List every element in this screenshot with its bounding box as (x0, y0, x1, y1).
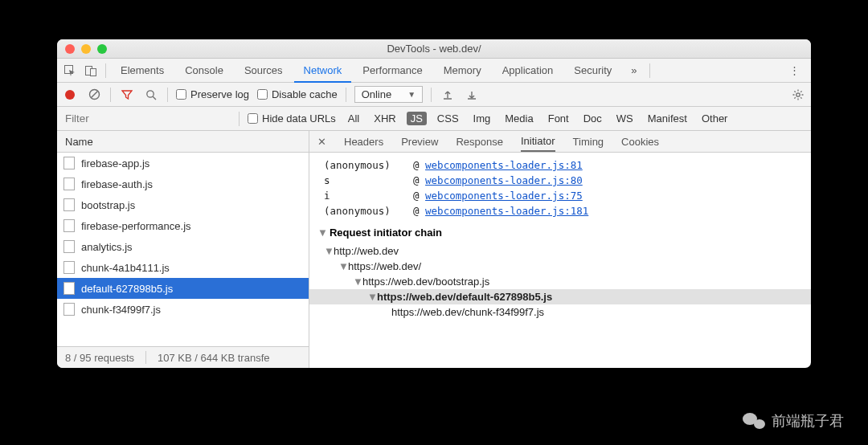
hide-data-urls-input[interactable] (248, 113, 258, 124)
preserve-log-label: Preserve log (190, 88, 249, 100)
request-name: default-627898b5.js (81, 283, 173, 295)
clear-button[interactable] (86, 87, 102, 103)
stack-frame: (anonymous)@ webcomponents-loader.js:81 (309, 157, 811, 173)
stack-link[interactable]: webcomponents-loader.js:81 (425, 159, 583, 171)
chain-node[interactable]: ▼https://web.dev/default-627898b5.js (309, 289, 811, 304)
chain-label: https://web.dev/default-627898b5.js (377, 291, 552, 303)
disable-cache-checkbox[interactable]: Disable cache (257, 88, 338, 100)
request-row[interactable]: chunk-f34f99f7.js (57, 299, 309, 320)
filter-toggle-icon[interactable] (119, 87, 135, 103)
svg-point-5 (147, 90, 154, 96)
stack-link[interactable]: webcomponents-loader.js:181 (425, 205, 588, 217)
type-filter-other[interactable]: Other (698, 112, 732, 125)
record-button[interactable] (62, 87, 78, 103)
maximize-window-button[interactable] (97, 44, 107, 54)
filter-input[interactable] (62, 111, 231, 127)
file-icon (63, 240, 75, 253)
subtab-headers[interactable]: Headers (344, 136, 383, 148)
request-row[interactable]: firebase-app.js (57, 153, 309, 174)
watermark: 前端瓶子君 (743, 411, 844, 431)
hide-data-urls-label: Hide data URLs (262, 112, 336, 125)
file-icon (63, 303, 75, 316)
chain-node[interactable]: https://web.dev/chunk-f34f99f7.js (309, 304, 811, 320)
chain-node[interactable]: ▼http://web.dev (309, 243, 811, 259)
network-toolbar: Preserve log Disable cache Online ▼ (57, 83, 811, 107)
close-window-button[interactable] (65, 44, 75, 54)
request-row[interactable]: analytics.js (57, 236, 309, 257)
file-icon (63, 261, 75, 274)
stack-location: @ webcomponents-loader.js:81 (413, 159, 583, 171)
tab-security[interactable]: Security (564, 59, 621, 83)
tab-application[interactable]: Application (493, 59, 563, 83)
chain-node[interactable]: ▼https://web.dev/ (309, 259, 811, 274)
network-settings-icon[interactable] (790, 87, 806, 103)
device-toggle-icon[interactable] (81, 61, 100, 80)
name-column-header[interactable]: Name (57, 131, 309, 153)
type-filter-img[interactable]: Img (469, 112, 495, 125)
type-filter-media[interactable]: Media (501, 112, 537, 125)
request-row[interactable]: bootstrap.js (57, 194, 309, 215)
chain-node[interactable]: ▼https://web.dev/bootstrap.js (309, 274, 811, 289)
tab-performance[interactable]: Performance (353, 59, 432, 83)
request-row[interactable]: default-627898b5.js (57, 278, 309, 299)
subtab-response[interactable]: Response (456, 136, 503, 148)
disable-cache-input[interactable] (257, 89, 268, 100)
request-name: firebase-app.js (81, 157, 149, 169)
watermark-text: 前端瓶子君 (772, 411, 844, 431)
type-filter-font[interactable]: Font (544, 112, 573, 125)
stack-function: (anonymous) (324, 205, 400, 217)
type-filter-ws[interactable]: WS (612, 112, 637, 125)
subtab-initiator[interactable]: Initiator (521, 135, 555, 152)
tab-network[interactable]: Network (294, 59, 352, 83)
type-filter-js[interactable]: JS (407, 112, 427, 125)
tab-elements[interactable]: Elements (111, 59, 174, 83)
wechat-icon (743, 411, 765, 431)
tabs-overflow[interactable]: » (623, 64, 645, 76)
svg-point-9 (796, 92, 800, 96)
close-detail-icon[interactable]: ✕ (317, 136, 326, 148)
status-requests: 8 / 95 requests (65, 352, 134, 364)
tab-memory[interactable]: Memory (434, 59, 491, 83)
minimize-window-button[interactable] (81, 44, 91, 54)
type-filter-xhr[interactable]: XHR (370, 112, 399, 125)
stack-location: @ webcomponents-loader.js:80 (413, 174, 583, 186)
request-row[interactable]: firebase-performance.js (57, 215, 309, 236)
subtab-preview[interactable]: Preview (401, 136, 438, 148)
triangle-down-icon: ▼ (317, 227, 328, 239)
hide-data-urls-checkbox[interactable]: Hide data URLs (248, 112, 336, 125)
stack-link[interactable]: webcomponents-loader.js:80 (425, 174, 583, 186)
request-row[interactable]: firebase-auth.js (57, 174, 309, 194)
download-har-icon[interactable] (464, 87, 480, 103)
request-detail-panel: ✕ HeadersPreviewResponseInitiatorTimingC… (309, 131, 811, 368)
initiator-body: (anonymous)@ webcomponents-loader.js:81s… (309, 153, 811, 368)
traffic-lights (57, 44, 107, 54)
triangle-down-icon: ▼ (338, 260, 348, 272)
subtab-cookies[interactable]: Cookies (621, 136, 659, 148)
chain-label: http://web.dev (334, 245, 399, 257)
stack-frame: i@ webcomponents-loader.js:75 (309, 188, 811, 203)
throttle-select[interactable]: Online ▼ (354, 86, 423, 103)
initiator-chain: ▼http://web.dev▼https://web.dev/▼https:/… (309, 243, 811, 325)
separator (431, 88, 432, 102)
upload-har-icon[interactable] (440, 87, 456, 103)
separator (110, 88, 111, 102)
request-row[interactable]: chunk-4a1b4111.js (57, 257, 309, 278)
preserve-log-input[interactable] (176, 89, 186, 100)
type-filter-all[interactable]: All (344, 112, 363, 125)
request-name: firebase-auth.js (81, 178, 153, 190)
tab-sources[interactable]: Sources (235, 59, 293, 83)
search-icon[interactable] (143, 87, 159, 103)
tab-console[interactable]: Console (175, 59, 233, 83)
type-filter-css[interactable]: CSS (433, 112, 463, 125)
throttle-value: Online (362, 88, 392, 100)
type-filter-doc[interactable]: Doc (579, 112, 606, 125)
stack-link[interactable]: webcomponents-loader.js:75 (425, 190, 583, 202)
file-icon (63, 178, 75, 190)
inspect-element-icon[interactable] (60, 61, 80, 80)
request-list-panel: Name firebase-app.jsfirebase-auth.jsboot… (57, 131, 309, 368)
preserve-log-checkbox[interactable]: Preserve log (176, 88, 249, 100)
settings-kebab-icon[interactable]: ⋮ (781, 64, 808, 76)
type-filter-manifest[interactable]: Manifest (644, 112, 691, 125)
subtab-timing[interactable]: Timing (573, 136, 604, 148)
initiator-chain-title: ▼Request initiator chain (309, 218, 811, 243)
